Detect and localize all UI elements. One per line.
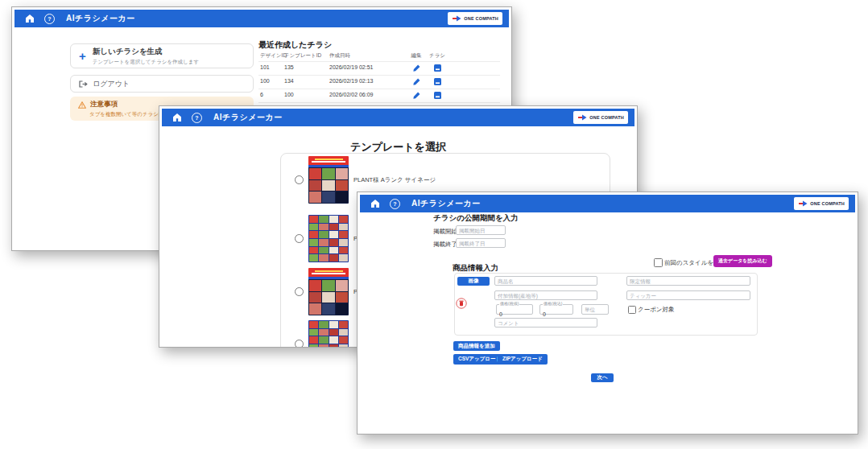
price-ex-tax-label: 価格(税抜) — [499, 302, 519, 306]
plus-icon: + — [79, 50, 86, 62]
template-thumbnail[interactable] — [308, 156, 349, 204]
help-icon[interactable]: ? — [44, 14, 55, 24]
period-heading: チラシの公開期間を入力 — [433, 213, 519, 224]
coupon-checkbox[interactable] — [628, 306, 636, 314]
zip-upload-button[interactable]: ZIPアップロード — [498, 354, 548, 365]
table-row: 6 100 2026/02/02 06:09 — [258, 89, 500, 103]
template-thumbnail[interactable] — [308, 320, 349, 348]
edit-pencil-icon[interactable] — [407, 92, 426, 99]
template-thumbnail[interactable] — [308, 215, 349, 262]
prev-style-checkbox[interactable] — [654, 258, 663, 267]
logout-button[interactable]: ログアウト — [70, 75, 254, 93]
ticker-input[interactable] — [626, 290, 750, 300]
flyer-doc-icon[interactable] — [428, 92, 447, 99]
unit-input[interactable] — [581, 304, 609, 315]
template-label: PLANT様 Aランク サイネージ — [353, 176, 436, 184]
limited-info-input[interactable] — [626, 276, 750, 286]
app-header: ? AIチラシメーカー ONE COMPATH — [360, 195, 855, 212]
logout-label: ログアウト — [93, 79, 130, 89]
help-icon[interactable]: ? — [192, 113, 202, 123]
template-radio[interactable] — [295, 287, 304, 296]
template-thumbnail[interactable] — [308, 268, 349, 315]
load-past-data-button[interactable]: 過去データを読み込む — [713, 255, 772, 267]
new-flyer-button[interactable]: + 新しいチラシを生成 テンプレートを選択してチラシを作成します — [70, 43, 254, 68]
cell-template-id: 100 — [284, 92, 294, 97]
app-title: AIチラシメーカー — [213, 112, 283, 123]
edit-pencil-icon[interactable] — [407, 64, 426, 72]
edit-pencil-icon[interactable] — [407, 78, 426, 85]
logo-arrow-icon — [452, 15, 461, 22]
col-created-at: 作成日時 — [329, 52, 350, 60]
image-button[interactable]: 画像 — [457, 277, 490, 286]
cell-design-id: 101 — [260, 64, 270, 70]
home-icon[interactable] — [371, 200, 379, 208]
cell-template-id: 134 — [284, 78, 294, 84]
product-name-input[interactable] — [494, 276, 597, 286]
cell-design-id: 6 — [260, 92, 263, 97]
logo-arrow-icon — [577, 114, 587, 121]
end-date-input[interactable] — [456, 238, 506, 248]
cell-template-id: 135 — [284, 64, 294, 70]
cell-created-at: 2026/02/02 06:09 — [329, 92, 374, 97]
delete-product-icon[interactable] — [456, 298, 467, 309]
price-in-tax-label: 価格(税込) — [543, 302, 563, 306]
flyer-doc-icon[interactable] — [428, 64, 447, 72]
cell-created-at: 2026/02/19 02:13 — [329, 78, 374, 84]
one-compath-logo[interactable]: ONE COMPATH — [448, 12, 502, 25]
one-compath-logo[interactable]: ONE COMPATH — [794, 197, 849, 210]
template-radio[interactable] — [295, 340, 304, 348]
col-design-id: デザインID — [260, 52, 287, 60]
col-template-id: テンプレートID — [284, 52, 321, 60]
logout-icon — [79, 80, 88, 88]
col-edit: 編集 — [407, 52, 426, 60]
desktop: { "header": { "title": "AIチラシメーカー", "log… — [0, 0, 868, 449]
logo-text: ONE COMPATH — [589, 115, 624, 120]
template-radio[interactable] — [295, 234, 304, 243]
add-product-button[interactable]: 商品情報を追加 — [453, 341, 500, 351]
new-flyer-subtitle: テンプレートを選択してチラシを作成します — [93, 59, 199, 66]
cell-created-at: 2026/02/19 02:51 — [329, 64, 374, 70]
home-icon[interactable] — [173, 113, 181, 122]
table-row: 100 134 2026/02/19 02:13 — [258, 76, 500, 89]
table-row: 101 135 2026/02/19 02:51 — [258, 62, 500, 76]
cell-design-id: 100 — [260, 78, 270, 84]
next-button[interactable]: 次へ — [591, 373, 614, 382]
help-icon[interactable]: ? — [390, 199, 400, 209]
comment-input[interactable] — [494, 318, 597, 327]
window-flyer-form: ? AIチラシメーカー ONE COMPATH チラシの公開期間を入力 掲載開始… — [357, 192, 858, 435]
extra-info-input[interactable] — [494, 290, 597, 300]
col-flyer: チラシ — [428, 52, 447, 60]
app-title: AIチラシメーカー — [66, 13, 135, 24]
logo-text: ONE COMPATH — [464, 16, 498, 21]
logo-text: ONE COMPATH — [810, 201, 845, 206]
recent-flyers-title: 最近作成したチラシ — [258, 39, 332, 51]
one-compath-logo[interactable]: ONE COMPATH — [573, 111, 628, 124]
notice-title: 注意事項 — [90, 100, 118, 109]
warning-icon — [78, 101, 86, 109]
template-radio[interactable] — [295, 175, 304, 184]
logo-arrow-icon — [798, 200, 808, 207]
coupon-label: クーポン対象 — [638, 306, 675, 314]
new-flyer-title: 新しいチラシを生成 — [93, 47, 199, 57]
flyer-doc-icon[interactable] — [428, 78, 447, 85]
app-header: ? AIチラシメーカー ONE COMPATH — [162, 109, 634, 126]
start-date-input[interactable] — [456, 225, 506, 235]
table-header-row: デザインID テンプレートID 作成日時 編集 チラシ — [258, 51, 500, 62]
app-header: ? AIチラシメーカー ONE COMPATH — [14, 10, 509, 27]
home-icon[interactable] — [26, 14, 34, 23]
template-option — [295, 320, 353, 348]
app-title: AIチラシメーカー — [411, 198, 481, 209]
